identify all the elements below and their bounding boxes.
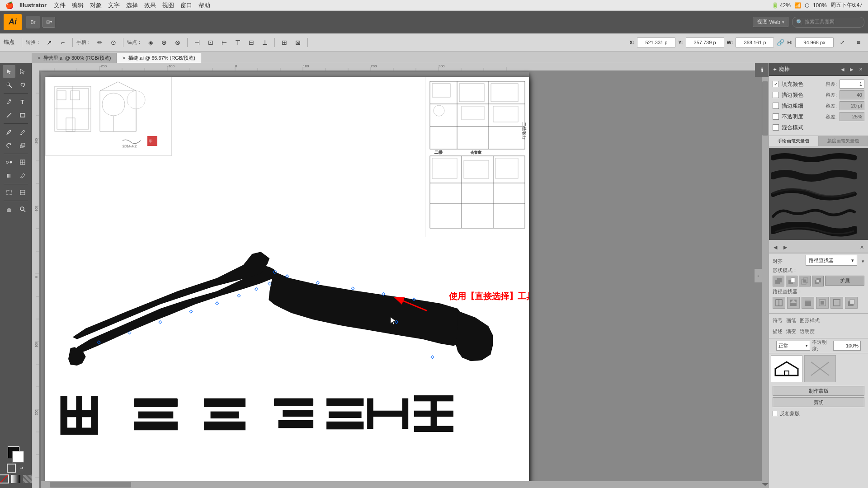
horizontal-scrollbar[interactable]	[41, 481, 762, 488]
distribute-left-btn[interactable]: ⊞	[278, 37, 290, 48]
select-tool[interactable]	[3, 65, 15, 78]
hand-tool[interactable]	[3, 203, 15, 216]
menu-object[interactable]: 对象	[90, 1, 102, 9]
rotate-tool[interactable]	[3, 139, 15, 152]
thumbnail-item-2[interactable]	[804, 355, 836, 382]
eyedropper-tool[interactable]	[16, 169, 29, 182]
apple-menu[interactable]: 🍎	[5, 1, 14, 9]
anchor-btn3[interactable]: ⊗	[172, 37, 184, 48]
stroke-color-checkbox[interactable]	[773, 92, 779, 98]
opacity-input[interactable]: 25%	[840, 112, 864, 121]
blend-mode-checkbox[interactable]	[773, 124, 779, 131]
lasso-tool[interactable]	[16, 79, 29, 91]
handle-btn1[interactable]: ✏	[94, 37, 106, 48]
brush-nav-next[interactable]: ▶	[781, 243, 790, 252]
brush-tab-1[interactable]: 手绘画笔矢量包	[769, 136, 819, 146]
path-finder-dropdown[interactable]: 路径查找器 ▾	[806, 255, 857, 266]
shape-intersect-btn[interactable]	[799, 276, 811, 286]
panel-collapse-btn[interactable]: ›	[755, 269, 762, 282]
stroke-icon[interactable]	[7, 464, 16, 473]
menu-help[interactable]: 帮助	[198, 1, 210, 9]
opacity-checkbox[interactable]	[773, 113, 779, 120]
constrain-proportions-btn[interactable]: ⤢	[836, 37, 848, 48]
align-center-v-btn[interactable]: ⊟	[245, 37, 257, 48]
scrollbar-thumb[interactable]	[762, 81, 768, 136]
align-left-btn[interactable]: ⊣	[191, 37, 203, 48]
opacity-percent-input[interactable]: 100%	[833, 341, 861, 351]
bridge-button[interactable]: Br	[26, 16, 40, 28]
blend-mode-select[interactable]: 正常 ▾	[776, 341, 810, 351]
app-menu-name[interactable]: Illustrator	[19, 2, 47, 9]
brush-stroke-1[interactable]	[771, 150, 866, 166]
slice-tool[interactable]	[16, 186, 29, 199]
direct-select-tool[interactable]	[16, 65, 29, 78]
h-coord-input[interactable]: 94.968 px	[795, 38, 834, 47]
shape-minus-btn[interactable]	[786, 276, 797, 286]
tab-doc1[interactable]: ✕ 异营里.ai @ 300% (RGB/预览)	[32, 53, 117, 63]
pathfinder-crop[interactable]	[816, 297, 829, 309]
align-right-btn[interactable]: ⊢	[218, 37, 230, 48]
menu-text[interactable]: 文字	[108, 1, 120, 9]
pathfinder-merge[interactable]	[802, 297, 814, 309]
thumbnail-item-1[interactable]	[771, 355, 802, 382]
brush-tab-2[interactable]: 颜度画笔矢量包	[819, 136, 868, 146]
shape-unite-btn[interactable]	[773, 276, 784, 286]
artboard-tool[interactable]	[3, 186, 15, 199]
invert-checkbox[interactable]	[773, 411, 778, 416]
convert-corner-btn[interactable]: ⌐	[57, 37, 69, 48]
background-color[interactable]	[12, 451, 24, 463]
h-scrollbar-thumb[interactable]	[50, 482, 131, 488]
brush-stroke-5[interactable]	[771, 222, 866, 238]
panel-close[interactable]: ✕	[857, 66, 864, 73]
blend-tool[interactable]	[3, 156, 15, 169]
menu-effect[interactable]: 效果	[144, 1, 156, 9]
align-center-h-btn[interactable]: ⊡	[205, 37, 217, 48]
brush-stroke-4[interactable]	[771, 204, 866, 220]
w-coord-input[interactable]: 368.161 p	[736, 38, 774, 47]
panel-nav-next[interactable]: ▶	[848, 66, 855, 73]
more-options-btn[interactable]: ≡	[853, 37, 864, 48]
brush-stroke-2[interactable]	[771, 168, 866, 184]
menu-view[interactable]: 视图	[162, 1, 174, 9]
menu-select[interactable]: 选择	[126, 1, 138, 9]
search-button[interactable]: 🔍 搜索工具宽网	[792, 17, 864, 28]
swap-colors[interactable]	[18, 465, 25, 472]
color-swatches[interactable]	[8, 446, 24, 463]
fill-tolerance-input[interactable]: 1	[840, 80, 864, 89]
panel-options-btn[interactable]: ▾	[862, 258, 864, 264]
scale-tool[interactable]	[16, 139, 29, 152]
gradient-tool[interactable]	[3, 169, 15, 182]
align-top-btn[interactable]: ⊤	[232, 37, 244, 48]
brush-panel-close[interactable]: ✕	[857, 243, 866, 252]
anchor-btn2[interactable]: ⊕	[158, 37, 170, 48]
tab-doc1-close[interactable]: ✕	[37, 56, 41, 61]
panel-nav-prev[interactable]: ◀	[839, 66, 846, 73]
canvas-area[interactable]: -200 -100 0 100 200 300	[32, 63, 769, 488]
stroke-width-checkbox[interactable]	[773, 103, 779, 109]
rectangle-tool[interactable]	[16, 109, 29, 122]
zoom-tool[interactable]	[16, 203, 29, 216]
distribute-right-btn[interactable]: ⊠	[292, 37, 304, 48]
expand-button[interactable]: 扩展	[825, 276, 864, 286]
shape-exclude-btn[interactable]	[812, 276, 824, 286]
line-tool[interactable]	[3, 109, 15, 122]
pen-tool[interactable]	[3, 95, 15, 108]
brush-nav-prev[interactable]: ◀	[771, 243, 780, 252]
brush-stroke-3[interactable]	[771, 186, 866, 202]
tab-doc2[interactable]: ✕ 插缝.ai @ 66.67% (RGB/预览)	[117, 53, 201, 63]
pathfinder-divide[interactable]	[773, 297, 785, 309]
y-coord-input[interactable]: 357.739 p	[686, 38, 724, 47]
cut-button[interactable]: 剪切	[773, 397, 864, 407]
magic-wand-tool[interactable]	[3, 79, 15, 91]
menu-window[interactable]: 窗口	[180, 1, 192, 9]
convert-smooth-btn[interactable]: ↗	[43, 37, 55, 48]
paintbrush-tool[interactable]	[3, 126, 15, 138]
fill-color-checkbox[interactable]	[773, 81, 779, 87]
stroke-tolerance-input[interactable]: 40	[840, 90, 864, 99]
none-fill[interactable]	[0, 474, 9, 483]
make-mask-button[interactable]: 制作蒙版	[773, 386, 864, 396]
stroke-width-input[interactable]: 20 pt	[840, 101, 864, 110]
mesh-tool[interactable]	[16, 156, 29, 169]
tab-doc2-close[interactable]: ✕	[122, 56, 126, 61]
anchor-btn1[interactable]: ◈	[145, 37, 156, 48]
